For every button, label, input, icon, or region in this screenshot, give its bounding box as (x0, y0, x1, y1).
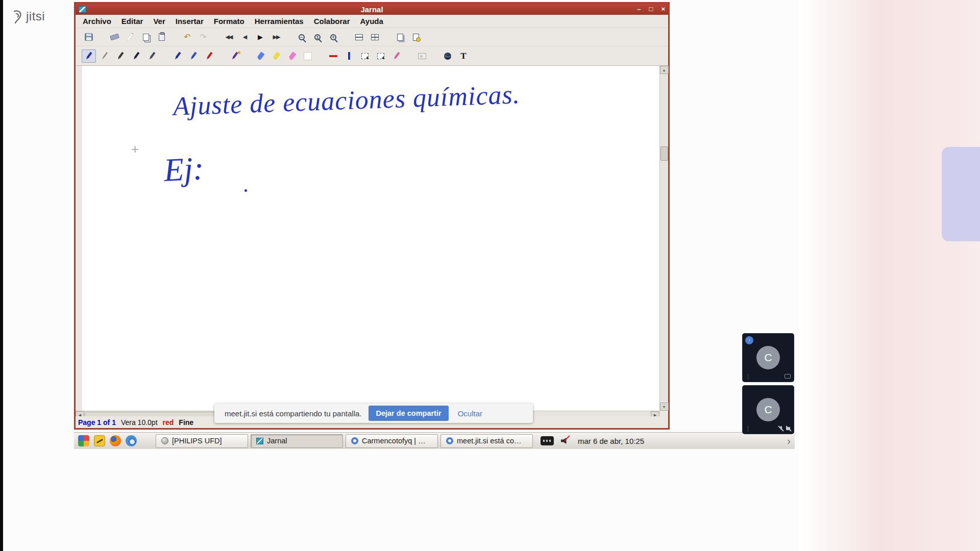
pen-fine-button[interactable] (97, 49, 112, 63)
zoom-in-button[interactable]: + (326, 31, 340, 44)
page-indicator: Page 1 of 1 (78, 418, 116, 427)
scroll-up-button[interactable]: ▲ (660, 66, 669, 74)
task-carmencotofyq[interactable]: Carmencotofyq | … (346, 434, 438, 448)
menu-insertar[interactable]: Insertar (170, 17, 209, 26)
pen-double-button[interactable] (145, 49, 159, 63)
stroke-eraser-icon (393, 52, 401, 60)
highlighter-blue-button[interactable] (253, 49, 267, 63)
pen-navy-icon (174, 52, 182, 60)
menu-herramientas[interactable]: Herramientas (250, 17, 309, 26)
pen-black-button[interactable] (113, 49, 128, 63)
pen-royal-button[interactable] (186, 49, 201, 63)
text-caret-button[interactable] (342, 49, 356, 63)
select-rectangle-button[interactable] (358, 49, 372, 63)
single-page-view-button[interactable] (352, 31, 366, 44)
first-page-button[interactable]: ◀◀ (222, 31, 236, 44)
zoom-out-button[interactable]: − (295, 31, 309, 44)
keyboard-indicator-icon[interactable] (541, 436, 554, 445)
pen-blue-button[interactable] (82, 49, 96, 63)
close-button[interactable]: × (661, 4, 665, 14)
ruled-line-icon (329, 55, 337, 57)
tile-status-icons (778, 425, 792, 432)
menu-formato[interactable]: Formato (209, 17, 250, 26)
pen-navy-button[interactable] (170, 49, 185, 63)
copy-button[interactable] (139, 31, 153, 44)
menu-archivo[interactable]: Archivo (78, 17, 116, 26)
previous-page-button[interactable]: ◀ (237, 31, 252, 44)
chromium-launcher[interactable] (125, 434, 138, 447)
drawing-canvas[interactable]: Ajuste de ecuaciones químicas. Ej: + (82, 66, 659, 411)
paste-button[interactable] (155, 31, 169, 44)
zoom-in-icon: + (330, 34, 336, 40)
grid-view-button[interactable] (368, 31, 382, 44)
task-jarnal[interactable]: Jarnal (251, 434, 343, 448)
taskbar-chevron-icon[interactable]: › (787, 435, 792, 447)
redo-button[interactable]: ↷ (196, 31, 210, 44)
pen-favorite-button[interactable]: ✱ (228, 49, 242, 63)
vertical-scroll-thumb[interactable] (660, 146, 668, 161)
last-page-button[interactable]: ▶▶ (269, 31, 283, 44)
menubar: Archivo Editar Ver Insertar Formato Herr… (76, 15, 668, 28)
window-titlebar[interactable]: Jarnal – □ × (76, 4, 668, 15)
tile-menu-icon[interactable]: ⋮ (745, 373, 751, 380)
undo-button[interactable]: ↶ (180, 31, 194, 44)
menu-ver[interactable]: Ver (148, 17, 170, 26)
participant-tile-1[interactable]: ↑ C ⋮ (743, 334, 794, 382)
blank-swatch-button[interactable] (301, 49, 315, 63)
hide-notification-button[interactable]: Ocultar (458, 409, 482, 418)
highlighter-pink-button[interactable] (285, 49, 299, 63)
screenshare-notification: meet.jit.si está compartiendo tu pantall… (214, 404, 533, 423)
chromium-icon (126, 435, 137, 446)
vertical-scrollbar[interactable]: ▲ ▼ (659, 66, 668, 411)
zoom-reset-button[interactable]: 1 (310, 31, 325, 44)
tile-menu-icon[interactable]: ⋮ (745, 425, 751, 432)
notes-launcher[interactable] (93, 434, 106, 447)
volume-muted-icon[interactable] (560, 436, 571, 445)
pen-black-icon (117, 52, 125, 60)
app-menu-launcher[interactable] (77, 434, 90, 447)
firefox-launcher[interactable] (109, 434, 122, 447)
blank-swatch-icon (304, 52, 312, 60)
pen-dark-button[interactable] (129, 49, 143, 63)
insert-image-button[interactable] (415, 49, 429, 63)
select-region-button[interactable] (374, 49, 388, 63)
text-tool-button[interactable]: T (456, 49, 471, 63)
firefox-icon (110, 435, 121, 446)
web-link-button[interactable] (440, 49, 455, 63)
task-label: meet.jit.si está co… (457, 437, 522, 445)
task-philips-ufd[interactable]: [PHILIPS UFD] (156, 434, 248, 448)
crosshair-cursor: + (131, 141, 139, 157)
stroke-eraser-button[interactable] (389, 49, 404, 63)
menu-ayuda[interactable]: Ayuda (355, 17, 388, 26)
minimize-button[interactable]: – (637, 4, 641, 14)
jarnal-window: Jarnal – □ × Archivo Editar Ver Insertar… (74, 2, 670, 430)
scroll-down-button[interactable]: ▼ (660, 403, 669, 411)
task-meet-jitsi[interactable]: meet.jit.si está co… (440, 434, 533, 448)
highlighter-yellow-icon (272, 51, 281, 60)
jitsi-watermark-text: jitsi (26, 9, 45, 23)
save-button[interactable] (82, 31, 96, 44)
menu-colaborar[interactable]: Colaborar (309, 17, 355, 26)
audio-indicator-icon: ↑ (745, 336, 753, 344)
notes-icon (94, 435, 105, 446)
highlighter-yellow-button[interactable] (269, 49, 283, 63)
maximize-button[interactable]: □ (649, 4, 653, 14)
task-label: Carmencotofyq | … (362, 437, 426, 445)
menu-editar[interactable]: Editar (116, 17, 149, 26)
participant-tile-2[interactable]: C ⋮ (743, 386, 794, 434)
page-setup-button[interactable] (409, 31, 423, 44)
pen-blue-icon (85, 52, 93, 60)
copy-page-button[interactable] (123, 31, 137, 44)
jitsi-watermark: jitsi (11, 9, 45, 23)
ruled-line-button[interactable] (326, 49, 340, 63)
eraser-button[interactable] (107, 31, 121, 44)
pen-red-button[interactable] (202, 49, 216, 63)
next-page-button[interactable]: ▶ (253, 31, 267, 44)
eraser-icon (110, 34, 119, 41)
handwriting-example: Ej: (163, 149, 205, 189)
taskbar-clock[interactable]: mar 6 de abr, 10:25 (578, 437, 644, 445)
taskbar: [PHILIPS UFD] Jarnal Carmencotofyq | … m… (74, 432, 795, 449)
duplicate-page-button[interactable] (393, 31, 407, 44)
stop-sharing-button[interactable]: Dejar de compartir (369, 406, 448, 421)
select-region-icon (377, 53, 384, 59)
